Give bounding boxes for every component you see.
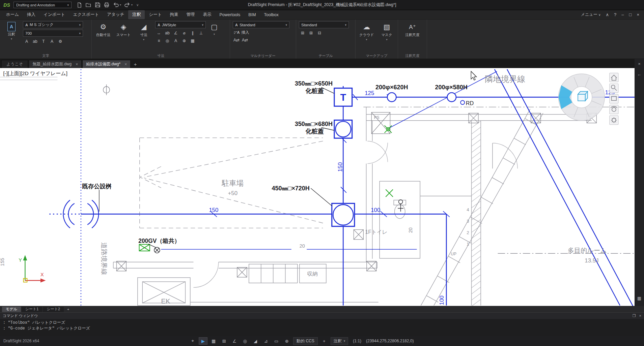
note-button[interactable]: A 注釈 ▾ (3, 21, 20, 40)
menu-tab-挿入[interactable]: 挿入 (23, 10, 39, 19)
workspace-dropdown[interactable]: Drafting and Annotation ▾ (13, 2, 72, 8)
command-window[interactable]: コマンド ウィンドウ ❐ × : "Toolbox" パレットクローズ: "G-… (0, 312, 644, 336)
menu-tab-エクスポート[interactable]: エクスポート (69, 10, 103, 19)
pointer-mode-icon[interactable]: ▶ (199, 337, 207, 345)
print-icon[interactable] (104, 2, 110, 8)
save-icon[interactable] (94, 2, 101, 8)
welcome-tab[interactable]: ようこそ (1, 60, 28, 68)
ortho-icon[interactable]: ∠ (230, 337, 239, 345)
dimension-tool-a-3-icon[interactable]: ∠ (172, 30, 179, 36)
undo-dropdown-icon[interactable]: ▾ (120, 3, 121, 6)
mleader-insert-button[interactable]: ◸A 挿入 (233, 30, 289, 35)
dimension-tool-a-2-icon[interactable]: ab (164, 30, 171, 36)
dimension-style-dropdown[interactable]: A JWStyle ▾ (155, 21, 206, 28)
dimension-tool-b-4-icon[interactable]: ⊕ (180, 37, 188, 44)
maximize-icon[interactable]: □ (629, 12, 632, 17)
menu-tab-インポート[interactable]: インポート (39, 10, 69, 19)
collapse-ribbon-icon[interactable]: ∧ (606, 12, 609, 17)
text-height-dropdown[interactable]: 700 ▾ (23, 30, 83, 37)
close-icon[interactable]: × (637, 12, 639, 17)
lineweight-icon[interactable]: ▭ (272, 337, 281, 345)
open-file-icon[interactable] (85, 2, 91, 8)
tab-close-icon[interactable]: × (124, 62, 127, 67)
sheet-tab-モデル[interactable]: モデル (2, 307, 21, 312)
help-icon[interactable]: ? (614, 12, 616, 17)
sheet-tab-シート2[interactable]: シート2 (43, 307, 64, 312)
roof-drain-circle[interactable] (460, 100, 465, 104)
pipe-node-circle[interactable] (387, 93, 396, 102)
dynamic-input-icon[interactable]: ⊕ (282, 337, 291, 345)
dimension-tool-a-4-icon[interactable]: ⌀ (180, 30, 188, 36)
float-panel-icon[interactable]: ❐ (633, 314, 636, 318)
dimension-tool-b-1-icon[interactable]: ≡ (155, 37, 163, 44)
document-tab[interactable]: 無題_給排水図面.dwg× (29, 60, 82, 68)
document-tab[interactable]: 給排水設備図.dwg*× (82, 60, 131, 68)
pan-button[interactable] (610, 94, 618, 103)
menu-tab-ホーム[interactable]: ホーム (2, 10, 23, 19)
text-tool-2-icon[interactable]: ab (31, 38, 39, 44)
dynamic-ccs-button[interactable]: 動的 CCS (293, 337, 318, 345)
table-tool-2-icon[interactable]: ⊞ (307, 30, 315, 36)
dimension-tool-b-2-icon[interactable]: ◎ (164, 37, 171, 44)
menu-tab-Toolbox[interactable]: Toolbox (260, 11, 283, 19)
text-tool-3-icon[interactable]: T (40, 38, 47, 44)
dimension-edit-button[interactable]: ▢ ▾ (208, 21, 220, 36)
table-style-dropdown[interactable]: Standard ▾ (299, 21, 349, 28)
table-tool-3-icon[interactable]: ⊟ (316, 30, 323, 36)
mleader-style-dropdown[interactable]: A Standard ▾ (233, 21, 289, 28)
menu-tab-表示[interactable]: 表示 (199, 10, 216, 19)
home-view-button[interactable] (610, 73, 618, 82)
add-sheet-button[interactable]: + (64, 307, 72, 311)
navigation-wheel[interactable] (558, 74, 605, 121)
settings-gear-button[interactable] (610, 116, 618, 125)
table-tool-1-icon[interactable]: ⊞ (299, 30, 306, 36)
dimension-tool-b-3-icon[interactable]: A (172, 37, 179, 44)
redo-icon[interactable] (124, 2, 130, 8)
entity-snap-icon[interactable]: ◢ (251, 337, 260, 345)
mleader-tool-2-icon[interactable]: A⇄ (241, 37, 249, 43)
text-tool-5-icon[interactable]: ⚙ (57, 38, 64, 44)
menu-tab-拘束[interactable]: 拘束 (166, 10, 183, 19)
new-document-tab-button[interactable]: + (131, 60, 139, 68)
menu-tab-アタッチ[interactable]: アタッチ (103, 10, 128, 19)
menu-tab-Powertools[interactable]: Powertools (216, 11, 245, 19)
polar-guide-icon[interactable]: ◎ (241, 337, 249, 345)
drawing-canvas[interactable]: [-][上面][2D ワイヤフレーム]350㎜□×650H化粧蓋350㎜□×68… (0, 68, 635, 306)
text-tool-1-icon[interactable]: A (23, 38, 30, 44)
redo-dropdown-icon[interactable]: ▾ (131, 3, 133, 6)
command-history[interactable]: : "Toolbox" パレットクローズ: "G-code ジェネレータ" パレ… (0, 319, 644, 336)
tab-close-icon[interactable]: × (76, 62, 78, 67)
text-tool-4-icon[interactable]: A (48, 38, 56, 44)
add-workspace-icon[interactable]: + (320, 337, 329, 345)
snap-icon[interactable]: ⊞ (220, 337, 228, 345)
menu-dropdown[interactable]: メニュー ∨ (581, 12, 601, 18)
annotation-scale-dropdown[interactable]: 注釈 ▾ (331, 337, 348, 345)
customize-toolbar-icon[interactable]: ∨ (136, 3, 139, 7)
selection-cycling-icon[interactable]: ⌖ (188, 337, 197, 345)
dimension-tool-a-6-icon[interactable]: ⊥ (197, 30, 205, 36)
new-file-icon[interactable] (76, 2, 82, 8)
grid-icon[interactable]: ▦ (209, 337, 218, 345)
dimension-tool-b-5-icon[interactable]: ▦ (189, 37, 196, 44)
mleader-tool-1-icon[interactable]: A⇄ (233, 37, 240, 43)
revision-cloud-button[interactable]: ☁ クラウド ▾ (358, 21, 375, 41)
annotation-scale-button[interactable]: A⁺ 注釈尺度 (404, 21, 421, 37)
entity-track-icon[interactable]: ⊿ (261, 337, 270, 345)
dimension-button[interactable]: ◢ 寸法 ▾ (135, 21, 152, 41)
mask-button[interactable]: ▧ マスク ▾ (378, 21, 396, 41)
menu-tab-管理[interactable]: 管理 (183, 10, 199, 19)
menu-tab-シート[interactable]: シート (145, 10, 166, 19)
panel-grid-icon[interactable]: ▦ (636, 295, 643, 301)
auto-dimension-button[interactable]: ⚙ 自動寸法 (94, 21, 112, 37)
menu-tab-BIM[interactable]: BIM (244, 11, 260, 19)
pipe-node-circle[interactable] (447, 93, 456, 102)
minimize-icon[interactable]: – (621, 12, 624, 17)
dimension-tool-a-1-icon[interactable]: ↔ (155, 30, 163, 36)
sheet-tab-シート1[interactable]: シート1 (22, 307, 43, 312)
close-panel-icon[interactable]: × (639, 314, 641, 318)
font-dropdown[interactable]: A M S ゴシック ▾ (23, 21, 83, 28)
undo-icon[interactable] (113, 2, 119, 8)
dimension-tool-a-5-icon[interactable]: ∥ (189, 30, 196, 36)
smart-dimension-button[interactable]: ◈ スマート (115, 21, 132, 37)
menu-tab-注釈[interactable]: 注釈 (128, 10, 145, 19)
